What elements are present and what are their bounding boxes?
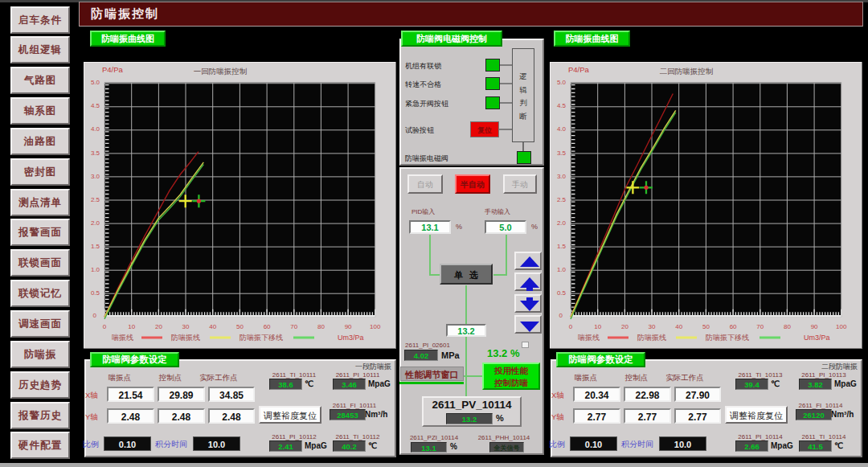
svg-text:90: 90	[345, 323, 352, 330]
svg-text:70: 70	[756, 323, 764, 330]
svg-text:50: 50	[236, 323, 244, 330]
svg-text:80: 80	[317, 323, 325, 330]
svg-text:1.0: 1.0	[557, 266, 567, 273]
svg-text:100: 100	[370, 323, 381, 330]
svg-text:5.0: 5.0	[557, 79, 567, 86]
svg-text:60: 60	[730, 323, 737, 330]
svg-text:3.5: 3.5	[557, 150, 567, 157]
svg-text:4.5: 4.5	[91, 102, 100, 109]
svg-text:60: 60	[264, 323, 271, 330]
svg-text:5.0: 5.0	[91, 79, 100, 86]
svg-text:P4/Pa: P4/Pa	[568, 65, 590, 74]
svg-text:70: 70	[290, 323, 297, 330]
svg-text:1.5: 1.5	[557, 243, 567, 250]
svg-text:一回防喘振控制: 一回防喘振控制	[194, 67, 248, 76]
svg-text:3.5: 3.5	[91, 150, 100, 157]
svg-text:Um3/Pa: Um3/Pa	[338, 334, 364, 342]
svg-text:2.0: 2.0	[91, 219, 100, 227]
svg-text:100: 100	[836, 323, 847, 330]
svg-text:10: 10	[594, 323, 601, 330]
svg-text:2.0: 2.0	[557, 219, 567, 227]
svg-text:2.5: 2.5	[91, 196, 100, 203]
svg-text:P4/Pa: P4/Pa	[102, 65, 124, 74]
svg-text:0.5: 0.5	[557, 289, 567, 297]
svg-text:1.0: 1.0	[91, 266, 100, 273]
svg-text:3.0: 3.0	[91, 173, 100, 180]
svg-text:20: 20	[621, 323, 628, 330]
svg-text:4.0: 4.0	[91, 125, 100, 133]
svg-text:3.0: 3.0	[557, 173, 567, 180]
svg-text:50: 50	[702, 323, 710, 330]
svg-text:0: 0	[569, 323, 573, 330]
svg-text:Um3/Pa: Um3/Pa	[804, 334, 830, 342]
svg-text:0: 0	[93, 312, 97, 319]
svg-text:二回防喘振控制: 二回防喘振控制	[660, 67, 714, 76]
svg-text:防喘振下移线: 防喘振下移线	[706, 334, 749, 342]
svg-text:90: 90	[811, 323, 818, 330]
svg-text:防喘振线: 防喘振线	[637, 334, 666, 342]
svg-text:1.5: 1.5	[91, 243, 100, 250]
svg-text:0: 0	[559, 312, 563, 319]
svg-text:4.5: 4.5	[557, 102, 567, 109]
svg-text:40: 40	[675, 323, 682, 330]
svg-text:20: 20	[155, 323, 162, 330]
svg-text:防喘振下移线: 防喘振下移线	[240, 334, 283, 342]
svg-text:2.5: 2.5	[557, 196, 567, 203]
svg-text:30: 30	[649, 323, 656, 330]
svg-text:喘振线: 喘振线	[112, 334, 133, 342]
svg-text:喘振线: 喘振线	[578, 334, 600, 342]
svg-text:40: 40	[209, 323, 216, 330]
svg-text:防喘振线: 防喘振线	[171, 334, 200, 342]
svg-text:30: 30	[182, 323, 190, 330]
svg-text:80: 80	[784, 323, 791, 330]
svg-text:10: 10	[128, 323, 135, 330]
svg-text:0: 0	[103, 323, 107, 330]
svg-text:0.5: 0.5	[91, 289, 100, 297]
svg-text:4.0: 4.0	[557, 125, 567, 133]
